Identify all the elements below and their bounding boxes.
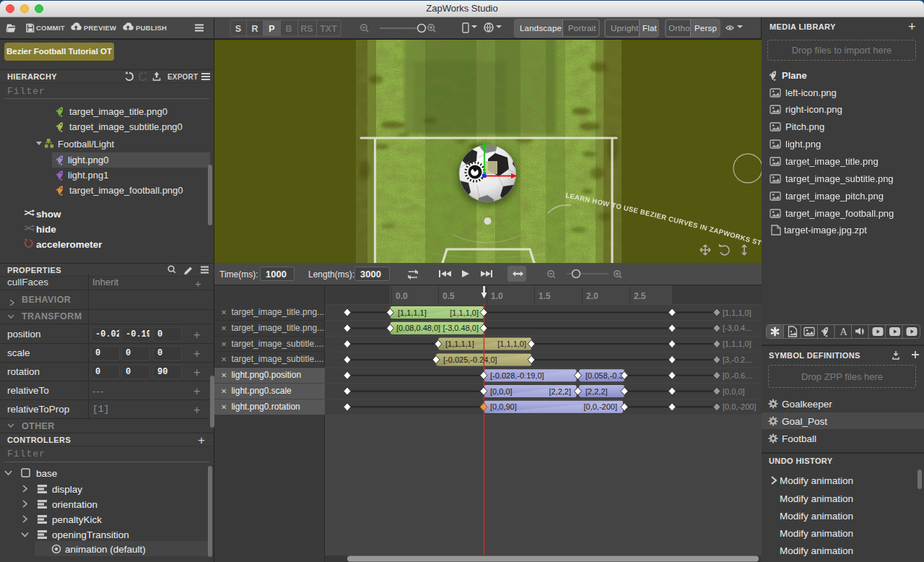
svg-text:2.5: 2.5 [634, 291, 646, 301]
svg-text:[0,0,0]: [0,0,0] [490, 387, 513, 396]
svg-text:[0,0,0]: [0,0,0] [723, 387, 745, 396]
svg-text:Goalkeeper: Goalkeeper [782, 399, 832, 410]
svg-text:Pitch.png: Pitch.png [785, 121, 824, 132]
svg-text:openingTransition: openingTransition [52, 529, 129, 540]
svg-text:target-image.jpg.zpt: target-image.jpg.zpt [784, 225, 867, 235]
svg-text:S: S [235, 24, 241, 34]
svg-text:Landscape: Landscape [520, 24, 562, 33]
svg-text:[0,0,-200]: [0,0,-200] [584, 402, 617, 411]
svg-text:[0,-0.6...: [0,-0.6... [723, 371, 751, 380]
svg-text:[1,1,1,1]: [1,1,1,1] [445, 340, 474, 348]
svg-text:2.0: 2.0 [586, 291, 598, 301]
svg-text:[-0.028,-0.19,0]: [-0.028,-0.19,0] [490, 371, 544, 380]
svg-text:[0.058,-0.3: [0.058,-0.3 [585, 371, 624, 380]
svg-text:PUBLISH: PUBLISH [136, 24, 167, 32]
svg-text:base: base [36, 468, 57, 479]
svg-text:accelerometer: accelerometer [36, 239, 103, 250]
svg-text:A: A [840, 327, 848, 337]
svg-text:orientation: orientation [52, 499, 97, 510]
svg-text:Flat: Flat [642, 24, 658, 33]
svg-text:Goal_Post: Goal_Post [782, 416, 827, 427]
svg-text:light.png0: light.png0 [68, 155, 108, 165]
svg-text:P: P [269, 24, 274, 34]
svg-text:Persp: Persp [694, 24, 717, 33]
svg-text:EXPORT: EXPORT [167, 73, 198, 81]
svg-text:animation (default): animation (default) [65, 544, 146, 555]
svg-text:COMMIT: COMMIT [36, 24, 65, 32]
svg-text:target_image_football.png0: target_image_football.png0 [69, 185, 183, 196]
svg-text:Football/Light: Football/Light [58, 139, 114, 150]
svg-text:Football: Football [782, 433, 816, 444]
svg-text:[0.08,0.48,0]: [0.08,0.48,0] [396, 324, 440, 332]
svg-text:[2,2,2]: [2,2,2] [585, 387, 608, 396]
svg-text:[1,1,1,0]: [1,1,1,0] [497, 340, 526, 348]
svg-text:[-3,0.4...: [-3,0.4... [723, 324, 751, 332]
svg-text:[1,1,1,0]: [1,1,1,0] [723, 308, 751, 317]
svg-text:Upright: Upright [611, 24, 639, 33]
svg-text:[1,1,1,0]: [1,1,1,0] [450, 308, 479, 317]
svg-text:Ortho: Ortho [668, 24, 690, 33]
svg-text:hide: hide [36, 224, 56, 235]
svg-text:B: B [285, 24, 292, 34]
svg-text:[1,1,1,1]: [1,1,1,1] [398, 308, 427, 317]
svg-text:1.5: 1.5 [539, 291, 551, 301]
svg-text:TXT: TXT [320, 24, 337, 34]
svg-text:[2,2,2]: [2,2,2] [549, 387, 571, 396]
svg-text:target_image_title.png0: target_image_title.png0 [69, 106, 167, 117]
svg-text:[0,0,90]: [0,0,90] [490, 402, 517, 411]
svg-text:left-icon.png: left-icon.png [785, 87, 837, 98]
svg-text:target_image_football.png: target_image_football.png [785, 208, 894, 219]
svg-text:[3,-0.2...: [3,-0.2... [723, 355, 751, 364]
svg-text:light.png1: light.png1 [68, 170, 108, 181]
svg-text:0.5: 0.5 [443, 291, 455, 301]
svg-text:display: display [52, 484, 82, 495]
svg-text:target_image_pitch.png: target_image_pitch.png [785, 191, 884, 202]
svg-text:target_image_subtitle.png0: target_image_subtitle.png0 [69, 121, 183, 132]
svg-text:[-0.025,-0.24,0]: [-0.025,-0.24,0] [443, 355, 497, 364]
svg-text:target_image_subtitle.png: target_image_subtitle.png [785, 173, 894, 184]
svg-text:Portrait: Portrait [568, 24, 596, 33]
svg-text:0.0: 0.0 [396, 291, 408, 301]
svg-text:right-icon.png: right-icon.png [785, 104, 842, 115]
svg-text:R: R [251, 24, 258, 34]
svg-text:RS: RS [300, 24, 313, 34]
svg-text:target_image_title.png: target_image_title.png [785, 156, 879, 167]
svg-text:Plane: Plane [782, 70, 807, 81]
svg-text:PREVIEW: PREVIEW [84, 24, 116, 32]
svg-text:1.0: 1.0 [491, 291, 503, 301]
svg-text:penaltyKick: penaltyKick [52, 514, 102, 525]
svg-text:[-3,0.48,0]: [-3,0.48,0] [443, 324, 479, 332]
svg-text:light.png: light.png [785, 139, 821, 150]
svg-text:[0,0,-200]: [0,0,-200] [723, 402, 756, 411]
svg-text:[1,1,1,0]: [1,1,1,0] [723, 340, 751, 348]
svg-text:show: show [36, 209, 61, 220]
